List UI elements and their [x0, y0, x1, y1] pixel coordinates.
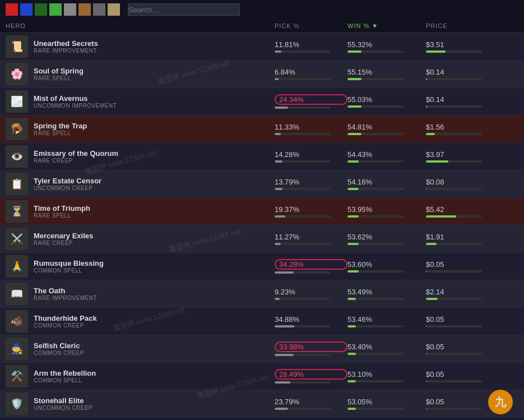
pick-value-2: 24.34%: [275, 94, 347, 105]
pick-cell-6: 19.37%: [275, 205, 347, 218]
win-value-10: 53.46%: [347, 315, 426, 324]
win-cell-2: 55.03%: [347, 95, 426, 108]
price-bar-fill-8: [426, 270, 426, 273]
price-bar-13: [426, 408, 482, 410]
header-pick[interactable]: PICK %: [275, 22, 347, 29]
price-cell-11: $0.05: [426, 343, 482, 355]
price-bar-1: [426, 78, 482, 80]
hero-sub-11: COMMON CREEP: [34, 350, 84, 356]
win-bar-2: [347, 105, 404, 108]
filter-brown[interactable]: [78, 3, 91, 16]
hero-name-4: Emissary of the Quorum: [34, 149, 118, 158]
header-price[interactable]: PRICE: [426, 22, 482, 29]
search-input[interactable]: [128, 3, 240, 16]
pick-bar-fill-0: [275, 50, 281, 53]
hero-text-13: Stonehall Elite UNCOMMON CREEP: [34, 396, 92, 411]
pick-bar-8: [275, 271, 331, 274]
pick-bar-fill-1: [275, 78, 279, 80]
win-bar-0: [347, 50, 404, 53]
win-bar-fill-13: [347, 408, 356, 410]
table-row: 🪤 Spring the Trap RARE SPELL 11.33% 54.8…: [0, 116, 524, 143]
hero-text-12: Arm the Rebellion COMMON SPELL: [34, 369, 96, 384]
filter-light-green[interactable]: [49, 3, 62, 16]
win-bar-fill-9: [347, 298, 356, 300]
win-cell-7: 53.62%: [347, 233, 426, 245]
price-bar-fill-10: [426, 325, 426, 327]
hero-name-12: Arm the Rebellion: [34, 369, 96, 377]
filter-tan[interactable]: [108, 3, 120, 16]
table-row: 🌸 Soul of Spring RARE SPELL 6.84% 55.15%…: [0, 61, 524, 88]
pick-bar-fill-2: [275, 107, 288, 109]
win-bar-9: [347, 298, 404, 300]
win-cell-0: 55.32%: [347, 40, 426, 53]
price-value-11: $0.05: [426, 343, 482, 351]
hero-sub-3: RARE SPELL: [34, 130, 87, 136]
filter-gray2[interactable]: [93, 3, 105, 16]
price-cell-7: $1.91: [426, 233, 482, 245]
table-row: 🌫️ Mist of Avernus UNCOMMON IMPROVEMENT …: [0, 88, 524, 116]
table-row: 📜 Unearthed Secrets RARE IMPROVEMENT 11.…: [0, 33, 524, 61]
win-value-7: 53.62%: [347, 233, 426, 241]
filter-red[interactable]: [6, 3, 18, 16]
win-cell-13: 53.05%: [347, 398, 426, 410]
hero-name-11: Selfish Cleric: [34, 341, 84, 350]
price-value-2: $0.14: [426, 95, 482, 104]
win-bar-fill-4: [347, 160, 359, 163]
win-value-2: 55.03%: [347, 95, 426, 104]
win-bar-11: [347, 353, 404, 355]
price-bar-fill-2: [426, 105, 427, 108]
win-value-5: 54.16%: [347, 178, 426, 186]
hero-thumbnail-8: 🙏: [6, 255, 28, 278]
price-bar-3: [426, 133, 482, 135]
price-bar-11: [426, 353, 482, 355]
price-bar-9: [426, 298, 482, 300]
win-bar-fill-6: [347, 215, 359, 218]
hero-sub-0: RARE IMPROVEMENT: [34, 48, 98, 54]
pick-bar-fill-9: [275, 298, 280, 300]
price-bar-fill-13: [426, 408, 426, 410]
hero-info-5: 📋 Tyler Estate Censor UNCOMMON CREEP: [6, 173, 275, 195]
price-cell-8: $0.05: [426, 260, 482, 273]
pick-cell-12: 28.49%: [275, 369, 347, 384]
hero-sub-10: COMMON CREEP: [34, 322, 97, 329]
pick-bar-fill-11: [275, 354, 294, 356]
header-win[interactable]: WIN % ▼: [347, 22, 426, 29]
hero-sub-2: UNCOMMON IMPROVEMENT: [34, 103, 117, 109]
hero-info-9: 📖 The Oath RARE IMPROVEMENT: [6, 283, 275, 305]
price-bar-fill-3: [426, 133, 435, 135]
pick-bar-fill-3: [275, 133, 281, 135]
hero-info-6: ⏳ Time of Triumph RARE SPELL: [6, 200, 275, 223]
price-value-5: $0.08: [426, 178, 482, 186]
win-bar-fill-2: [347, 105, 361, 108]
filter-gray1[interactable]: [64, 3, 76, 16]
table-row: 🧙 Selfish Cleric COMMON CREEP 33.98% 53.…: [0, 335, 524, 363]
filter-dark-green[interactable]: [35, 3, 47, 16]
win-value-11: 53.40%: [347, 343, 426, 351]
win-bar-fill-0: [347, 50, 361, 53]
hero-text-5: Tyler Estate Censor UNCOMMON CREEP: [34, 177, 101, 191]
win-value-9: 53.49%: [347, 288, 426, 296]
table-row: 📋 Tyler Estate Censor UNCOMMON CREEP 13.…: [0, 170, 524, 198]
pick-bar-7: [275, 243, 331, 245]
win-value-1: 55.15%: [347, 68, 426, 76]
price-bar-fill-1: [426, 78, 427, 80]
logo-icon: 九: [488, 390, 513, 414]
hero-text-1: Soul of Spring RARE SPELL: [34, 67, 84, 81]
hero-thumbnail-4: 👁️: [6, 145, 28, 168]
hero-info-12: ⚒️ Arm the Rebellion COMMON SPELL: [6, 365, 275, 387]
table-row: 👁️ Emissary of the Quorum RARE CREEP 14.…: [0, 143, 524, 170]
win-value-6: 53.95%: [347, 205, 426, 214]
price-bar-8: [426, 270, 482, 273]
win-bar-fill-11: [347, 353, 356, 355]
pick-bar-fill-12: [275, 381, 290, 384]
pick-value-10: 34.88%: [275, 315, 347, 324]
hero-sub-9: RARE IMPROVEMENT: [34, 295, 97, 301]
price-value-3: $1.56: [426, 123, 482, 131]
pick-cell-5: 13.79%: [275, 178, 347, 190]
price-cell-4: $3.97: [426, 150, 482, 163]
pick-value-0: 11.81%: [275, 40, 347, 49]
hero-text-10: Thunderhide Pack COMMON CREEP: [34, 314, 97, 329]
filter-blue[interactable]: [20, 3, 33, 16]
hero-text-6: Time of Triumph RARE SPELL: [34, 204, 90, 219]
hero-text-2: Mist of Avernus UNCOMMON IMPROVEMENT: [34, 94, 117, 109]
